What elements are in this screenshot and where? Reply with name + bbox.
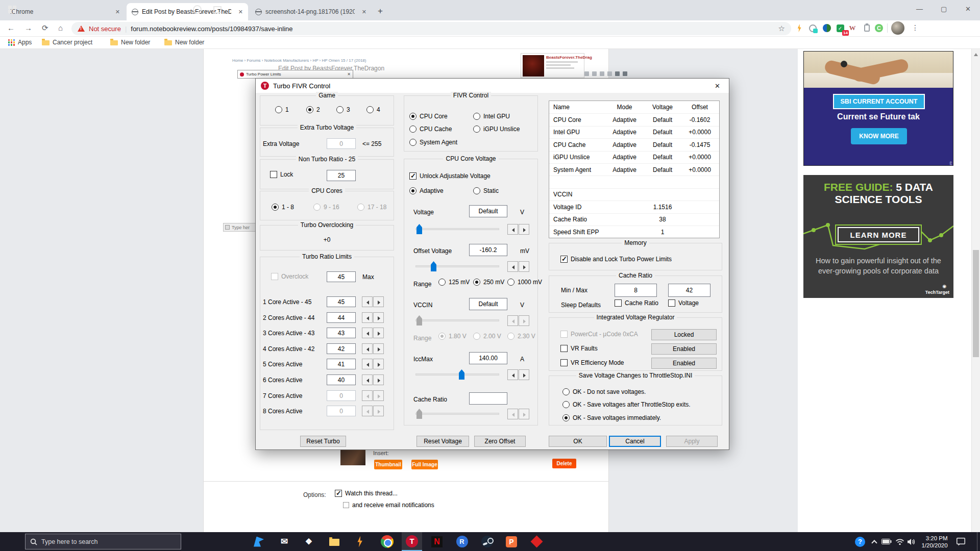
dialog-title-bar[interactable]: T Turbo FIVR Control xyxy=(256,79,729,93)
checkbox-checked[interactable] xyxy=(335,490,342,497)
page-scrollbar[interactable] xyxy=(971,49,980,532)
game-radio-1[interactable]: 1 xyxy=(275,106,289,113)
address-bar[interactable]: Not secure | forum.notebookreview.com/po… xyxy=(71,22,791,35)
fivr-radio-cpu-cache[interactable]: CPU Cache xyxy=(409,126,452,133)
taskbar-r-app[interactable]: R xyxy=(452,532,472,551)
core-3-field[interactable]: 43 xyxy=(327,328,356,338)
action-center-button[interactable] xyxy=(952,532,969,551)
core-4-field[interactable]: 42 xyxy=(327,343,356,354)
bookmark-star-icon[interactable]: ☆ xyxy=(778,24,785,33)
window-maximize-button[interactable]: ▢ xyxy=(941,5,947,13)
tray-clock[interactable]: 3:20 PM1/20/2020 xyxy=(919,532,950,551)
email-notifications-checkbox[interactable]: and receive email notifications xyxy=(343,502,434,509)
checkbox-unchecked[interactable] xyxy=(343,502,349,508)
bookmark-folder-cancer-project[interactable]: Cancer project xyxy=(42,39,92,46)
attachment-thumbnail[interactable] xyxy=(340,448,365,465)
core-1-field[interactable]: 45 xyxy=(327,296,356,307)
taskbar-search-box[interactable]: Type here to search xyxy=(25,534,181,549)
core-2-field[interactable]: 44 xyxy=(327,312,356,323)
voltage-slider[interactable] xyxy=(415,224,499,234)
sbi-headline-button[interactable]: SBI CURRENT ACCOUNT xyxy=(833,94,925,109)
powercut-state-button[interactable]: Locked xyxy=(651,329,717,340)
unlock-adjustable-voltage-checkbox[interactable]: Unlock Adjustable Voltage xyxy=(409,172,491,180)
core-2-spinner[interactable] xyxy=(362,312,384,323)
static-radio[interactable]: Static xyxy=(473,187,499,194)
browser-menu-icon[interactable]: ⋮ xyxy=(912,23,919,32)
vr-faults-state-button[interactable]: Enabled xyxy=(651,343,717,355)
fivr-radio-igpu-unslice[interactable]: iGPU Unslice xyxy=(473,126,520,133)
tab-screenshot[interactable]: screenshot-14-png.181706 (1920 ✕ xyxy=(250,3,372,20)
taskbar-file-explorer[interactable] xyxy=(324,532,345,551)
taskbar-radeon[interactable] xyxy=(526,532,547,551)
save-radio-do-not-save[interactable]: OK - Do not save voltages. xyxy=(562,388,646,395)
fivr-radio-cpu-core[interactable]: CPU Core xyxy=(409,113,448,120)
core-5-spinner[interactable] xyxy=(362,359,384,369)
taskbar-steam[interactable] xyxy=(477,532,497,551)
adaptive-radio[interactable]: Adaptive xyxy=(409,187,444,194)
watch-thread-checkbox[interactable]: Watch this thread... xyxy=(335,490,398,497)
range-1000mv-radio[interactable]: 1000 mV xyxy=(507,279,542,286)
tray-volume[interactable] xyxy=(904,532,918,551)
sleep-voltage-checkbox[interactable]: Voltage xyxy=(668,299,699,307)
clipboard-extension-icon[interactable] xyxy=(862,23,872,33)
core-6-field[interactable]: 40 xyxy=(327,374,356,385)
save-radio-immediately[interactable]: OK - Save voltages immediately. xyxy=(562,414,661,421)
tab-ichrome[interactable]: iChrome ✕ xyxy=(5,3,125,20)
tray-chevron[interactable] xyxy=(869,532,880,551)
dialog-close-button[interactable]: ✕ xyxy=(706,79,729,93)
offset-voltage-slider[interactable] xyxy=(415,261,499,271)
cache-ratio-field[interactable] xyxy=(469,392,507,405)
cache-max-field[interactable]: 42 xyxy=(668,284,710,297)
tab-close-icon[interactable]: ✕ xyxy=(115,9,120,15)
taskbar-lightning-app[interactable] xyxy=(350,532,370,551)
game-radio-4[interactable]: 4 xyxy=(366,106,380,113)
learn-more-button[interactable]: LEARN MORE xyxy=(835,224,922,245)
window-close-button[interactable]: ✕ xyxy=(965,5,971,13)
iccmax-slider[interactable] xyxy=(415,369,499,380)
extra-voltage-field[interactable]: 0 xyxy=(327,138,356,149)
scrollbar-thumb[interactable] xyxy=(973,250,979,357)
cortana-button[interactable] xyxy=(187,0,207,19)
techtarget-ad[interactable]: FREE GUIDE: 5 DATA SCIENCE TOOLS LEARN M… xyxy=(803,175,953,298)
tab-close-icon[interactable]: ✕ xyxy=(362,9,366,15)
close-icon[interactable]: ✕ xyxy=(347,72,351,77)
back-icon[interactable]: ← xyxy=(7,23,15,32)
task-view-button[interactable] xyxy=(207,0,228,19)
apps-shortcut[interactable]: Apps xyxy=(8,39,32,46)
offset-voltage-spinner[interactable] xyxy=(507,261,529,272)
bookmark-folder-new-1[interactable]: New folder xyxy=(110,39,150,46)
iccmax-field[interactable]: 140.00 xyxy=(469,352,507,364)
reload-icon[interactable]: ⟳ xyxy=(42,23,48,33)
idm-extension-icon[interactable] xyxy=(822,23,832,33)
cores-radio-1-8[interactable]: 1 - 8 xyxy=(272,204,294,211)
bookmark-folder-new-2[interactable]: New folder xyxy=(164,39,204,46)
scroll-up-icon[interactable] xyxy=(974,53,978,56)
start-button[interactable] xyxy=(4,0,20,19)
reset-turbo-button[interactable]: Reset Turbo xyxy=(300,436,346,447)
home-icon[interactable]: ⌂ xyxy=(58,23,63,32)
offset-voltage-field[interactable]: -160.2 xyxy=(469,244,507,256)
window-minimize-button[interactable]: — xyxy=(916,5,923,13)
disable-lock-turbo-power-limits-checkbox[interactable]: Disable and Lock Turbo Power Limits xyxy=(560,256,672,263)
colorzilla-extension-icon[interactable]: C xyxy=(874,23,884,33)
non-turbo-ratio-field[interactable]: 25 xyxy=(327,170,356,181)
taskbar-mail[interactable]: ✉ xyxy=(274,532,295,551)
vccin-value-field[interactable]: Default xyxy=(469,298,507,310)
vr-efficiency-checkbox[interactable]: VR Efficiency Mode xyxy=(560,359,624,366)
reset-voltage-button[interactable]: Reset Voltage xyxy=(416,436,469,447)
delete-button[interactable]: Delete xyxy=(552,459,576,468)
taskbar-app-blue[interactable] xyxy=(249,532,269,551)
taskbar-dropbox[interactable]: ❖ xyxy=(299,532,319,551)
username[interactable]: BeastsForever.TheDrag xyxy=(546,55,582,60)
game-radio-2[interactable]: 2 xyxy=(306,106,320,113)
new-tab-button[interactable]: + xyxy=(378,6,383,16)
know-more-button[interactable]: KNOW MORE xyxy=(851,128,907,144)
core-6-spinner[interactable] xyxy=(362,374,384,385)
tray-help[interactable]: ? xyxy=(852,532,868,551)
iccmax-spinner[interactable] xyxy=(507,369,529,380)
sbi-ad[interactable]: SBI CURRENT ACCOUNT Current se Future ta… xyxy=(803,51,953,166)
show-desktop-button[interactable] xyxy=(977,532,980,551)
fivr-radio-system-agent[interactable]: System Agent xyxy=(409,139,457,146)
fivr-radio-intel-gpu[interactable]: Intel GPU xyxy=(473,113,510,120)
user-avatar[interactable] xyxy=(523,55,544,77)
